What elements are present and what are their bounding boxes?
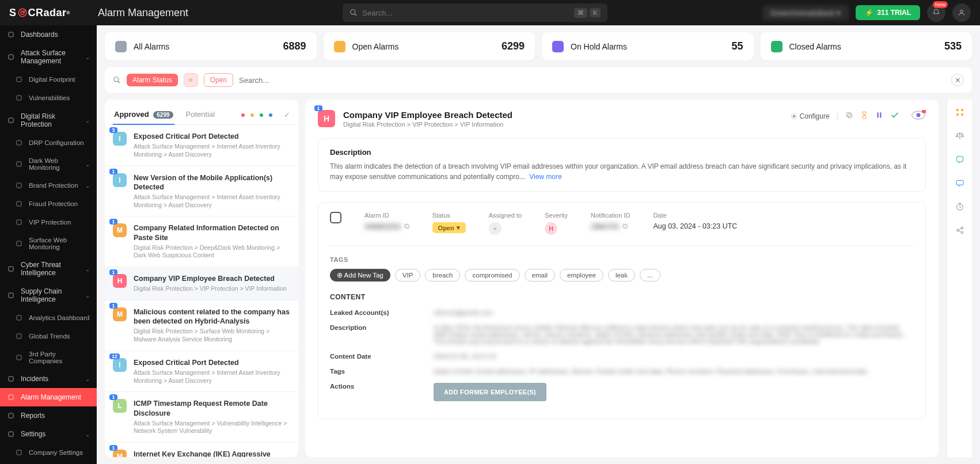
logo[interactable]: S CRadar ® <box>9 7 70 19</box>
add-former-employees-button[interactable]: ADD FORMER EMPLOYEE(S) <box>434 383 546 401</box>
approved-count: 6299 <box>153 111 173 119</box>
sidebar-item-global-trends[interactable]: Global Trends <box>0 327 97 345</box>
sidebar-item-digital-risk-protection[interactable]: Digital Risk Protection⌄ <box>0 107 97 134</box>
share-icon[interactable] <box>955 226 964 237</box>
tag-leak[interactable]: leak <box>608 269 635 282</box>
tag-VIP[interactable]: VIP <box>395 269 421 282</box>
add-tag-button[interactable]: ⊕ Add New Tag <box>330 269 390 282</box>
page-title: Alarm Management <box>98 7 188 19</box>
tag-breach[interactable]: breach <box>425 269 460 282</box>
view-more-link[interactable]: View more <box>529 173 561 181</box>
alarm-list-item[interactable]: 1HCompany VIP Employee Breach DetectedDi… <box>105 267 298 301</box>
check-all-icon[interactable]: ✓ <box>284 111 290 119</box>
stat-card-all-alarms[interactable]: All Alarms6889 <box>105 32 317 60</box>
tag-[interactable]: ... <box>640 269 660 282</box>
detail-severity-box: 1 H <box>318 110 335 127</box>
sidebar-item-settings[interactable]: Settings⌄ <box>0 425 97 443</box>
filter-value-chip[interactable]: Open <box>204 73 233 87</box>
sidebar-item-reports[interactable]: Reports <box>0 406 97 425</box>
stat-card-on-hold-alarms[interactable]: On Hold Alarms55 <box>542 32 754 60</box>
sidebar-item-cyber-threat-intelligence[interactable]: Cyber Threat Intelligence⌄ <box>0 256 97 282</box>
tag-compromised[interactable]: compromised <box>465 269 519 282</box>
pause-icon[interactable] <box>875 111 883 121</box>
sidebar-item-incidents[interactable]: Incidents⌄ <box>0 370 97 388</box>
clear-filters-button[interactable]: ✕ <box>951 74 964 86</box>
sidebar-item-alarm-management[interactable]: Alarm Management <box>0 388 97 406</box>
sidebar-item-dark-web-monitoring[interactable]: Dark Web Monitoring⌄ <box>0 152 97 176</box>
sidebar-item-supply-chain-intelligence[interactable]: Supply Chain Intelligence⌄ <box>0 282 97 309</box>
assign-button[interactable]: + <box>489 222 502 235</box>
tag-employee[interactable]: employee <box>560 269 603 282</box>
status-badge[interactable]: Open ▾ <box>432 222 466 233</box>
sidebar-item-dashboards[interactable]: Dashboards <box>0 25 97 44</box>
alarm-list-item[interactable]: 3IExposed Critical Port DetectedAttack S… <box>105 125 298 166</box>
hourglass-icon[interactable] <box>860 111 868 121</box>
sidebar-item-vulnerabilities[interactable]: Vulnerabilities <box>0 89 97 107</box>
stat-label: On Hold Alarms <box>571 42 627 51</box>
chat-icon[interactable] <box>955 178 964 189</box>
sidebar-item-surface-web-monitoring[interactable]: Surface Web Monitoring <box>0 231 97 256</box>
stat-card-open-alarms[interactable]: Open Alarms6299 <box>324 32 535 60</box>
configure-button[interactable]: Configure <box>791 112 830 120</box>
tag-email[interactable]: email <box>525 269 555 282</box>
tab-potential[interactable]: Potential <box>185 105 216 124</box>
trial-button[interactable]: ⚡ 311 TRIAL <box>856 5 920 20</box>
sidebar-item-label: Fraud Protection <box>29 200 78 207</box>
account-selector[interactable]: GreenAnimalsBank ▾ <box>762 5 849 21</box>
chevron-down-icon: ⌄ <box>85 292 90 299</box>
notifications-button[interactable]: New <box>927 3 945 22</box>
global-search[interactable]: ⌘ K <box>343 3 607 22</box>
sev-dot-critical[interactable] <box>241 113 245 117</box>
sidebar-item-label: Supply Chain Intelligence <box>21 287 79 303</box>
filter-search-input[interactable] <box>239 76 945 85</box>
svg-rect-20 <box>17 334 21 339</box>
global-search-input[interactable] <box>362 9 572 17</box>
copy-icon[interactable] <box>845 111 853 121</box>
alarm-list-item[interactable]: 1MCompany Related Information Detected o… <box>105 216 298 267</box>
alarm-list-item[interactable]: 1MInternet Key Exchange (IKE) Aggressive… <box>105 443 298 457</box>
tab-approved[interactable]: Approved 6299 <box>113 105 174 124</box>
sev-dot-high[interactable] <box>250 113 254 117</box>
sidebar-item-fraud-protection[interactable]: Fraud Protection <box>0 195 97 213</box>
sev-dot-medium[interactable] <box>260 113 263 117</box>
note-icon[interactable] <box>955 155 964 166</box>
user-avatar[interactable] <box>952 3 971 22</box>
sidebar-item-vip-protection[interactable]: VIP Protection <box>0 213 97 231</box>
alarm-list-item[interactable]: 1LICMP Timestamp Request Remote Date Dis… <box>105 392 298 443</box>
sidebar-item-account-settings[interactable]: Account Settings <box>0 462 97 464</box>
stat-card-closed-alarms[interactable]: Closed Alarms535 <box>761 32 973 60</box>
resolve-icon[interactable] <box>890 111 899 121</box>
sidebar-item-digital-footprint[interactable]: Digital Footprint <box>0 70 97 89</box>
chevron-down-icon: ⌄ <box>85 376 90 382</box>
dot-icon <box>15 218 23 226</box>
select-checkbox[interactable] <box>330 212 341 223</box>
filter-field-chip[interactable]: Alarm Status <box>127 74 178 86</box>
assigned-label: Assigned to <box>489 212 522 219</box>
svg-rect-17 <box>9 267 13 271</box>
copy-id-icon[interactable]: ⧉ <box>404 222 409 231</box>
sidebar-item-label: Alarm Management <box>21 393 81 401</box>
clock-icon[interactable] <box>955 202 964 213</box>
apps-icon[interactable] <box>955 108 964 119</box>
count-badge: 1 <box>109 445 117 451</box>
alarm-list-item[interactable]: 1MMalicious content related to the compa… <box>105 301 298 351</box>
sidebar-item-brand-protection[interactable]: Brand Protection⌄ <box>0 176 97 195</box>
sidebar-item-3rd-party-companies[interactable]: 3rd Party Companies <box>0 345 97 370</box>
severity-box: 1I <box>113 173 127 187</box>
filter-op-chip[interactable]: = <box>184 73 198 87</box>
alarm-list-item[interactable]: 12IExposed Critical Port DetectedAttack … <box>105 351 298 393</box>
scale-icon[interactable] <box>955 131 964 142</box>
sidebar-item-company-settings[interactable]: Company Settings <box>0 443 97 462</box>
alarm-title: ICMP Timestamp Request Remote Date Discl… <box>134 399 290 418</box>
alarm-title: Malicious content related to the company… <box>134 307 290 326</box>
sidebar-item-analytics-dashboard[interactable]: Analytics Dashboard <box>0 309 97 327</box>
copy-notif-icon[interactable]: ⧉ <box>622 222 628 231</box>
sev-dot-low[interactable] <box>269 113 272 117</box>
sidebar-item-drp-configuration[interactable]: DRP Configuration <box>0 134 97 152</box>
sidebar-item-attack-surface-management[interactable]: Attack Surface Management⌄ <box>0 44 97 70</box>
severity-filter-dots[interactable]: ✓ <box>241 111 290 119</box>
alarm-list-item[interactable]: 1INew Version of the Mobile Application(… <box>105 166 298 217</box>
ai-eye-icon[interactable] <box>911 110 926 122</box>
stat-dot <box>115 41 127 52</box>
search-icon[interactable] <box>113 76 121 84</box>
